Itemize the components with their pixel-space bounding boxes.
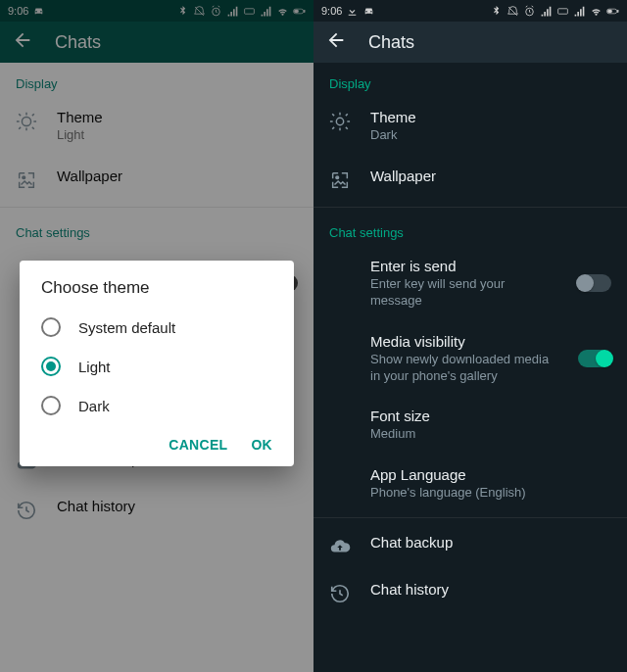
screenshot-dark: 9:06 Chats Display Theme Dark Wallpaper	[314, 0, 627, 672]
svg-rect-9	[617, 10, 618, 12]
row-sub: Dark	[370, 127, 611, 144]
dnd-icon	[506, 4, 519, 18]
row-theme[interactable]: Theme Dark	[314, 97, 627, 156]
wallpaper-icon	[329, 169, 351, 191]
svg-rect-10	[607, 10, 611, 13]
row-title: Theme	[370, 109, 611, 125]
svg-point-12	[336, 176, 339, 179]
theme-dialog: Choose theme System default Light Dark C…	[20, 261, 294, 466]
row-title: Enter is send	[370, 258, 553, 274]
status-icons	[489, 4, 619, 18]
wifi-icon	[589, 4, 603, 18]
row-sub: Phone's language (English)	[370, 485, 611, 502]
row-title: Chat backup	[370, 534, 611, 551]
row-sub: Show newly downloaded media in your phon…	[370, 352, 553, 385]
page-title: Chats	[368, 32, 414, 53]
row-title: Media visibility	[370, 333, 553, 350]
battery-icon	[605, 4, 619, 18]
cloud-upload-icon	[329, 536, 351, 557]
screenshot-light: 9:06 Chats Display Theme Light Wallpaper	[0, 0, 314, 672]
download-icon	[345, 4, 359, 18]
row-title: Font size	[370, 408, 611, 424]
dialog-title: Choose theme	[20, 278, 294, 308]
signal-2-icon	[572, 4, 586, 18]
row-font-size[interactable]: Font size Medium	[314, 396, 627, 455]
divider	[314, 207, 627, 208]
row-chat-history[interactable]: Chat history	[314, 569, 627, 616]
toggle-enter-is-send[interactable]	[578, 274, 611, 292]
row-sub: Medium	[370, 426, 611, 443]
section-header-display: Display	[314, 63, 627, 97]
svg-rect-7	[557, 8, 567, 13]
option-system-default[interactable]: System default	[20, 308, 294, 347]
bluetooth-icon	[489, 4, 503, 18]
row-title: Chat history	[370, 581, 611, 598]
cancel-button[interactable]: CANCEL	[169, 437, 227, 453]
row-media-visibility[interactable]: Media visibility Show newly downloaded m…	[314, 321, 627, 397]
signal-icon	[539, 4, 553, 18]
row-title: Wallpaper	[370, 168, 611, 184]
radio-unchecked-icon	[41, 317, 61, 337]
section-header-chat-settings: Chat settings	[314, 212, 627, 246]
radio-unchecked-icon	[41, 396, 61, 415]
divider	[314, 517, 627, 518]
app-bar: Chats	[314, 22, 627, 63]
option-label: Dark	[78, 398, 110, 414]
option-label: System default	[78, 319, 175, 336]
volte-icon	[555, 4, 569, 18]
row-chat-backup[interactable]: Chat backup	[314, 522, 627, 569]
option-dark[interactable]: Dark	[20, 386, 294, 425]
option-label: Light	[78, 359, 111, 375]
alarm-icon	[522, 4, 536, 18]
option-light[interactable]: Light	[20, 347, 294, 386]
row-wallpaper[interactable]: Wallpaper	[314, 156, 627, 203]
history-icon	[329, 583, 351, 604]
row-app-language[interactable]: App Language Phone's language (English)	[314, 455, 627, 513]
status-time: 9:06	[321, 5, 342, 17]
toggle-media-visibility[interactable]	[578, 350, 611, 367]
theme-icon	[329, 111, 351, 132]
car-icon	[362, 4, 375, 18]
radio-checked-icon	[41, 357, 61, 376]
row-title: App Language	[370, 466, 611, 483]
row-sub: Enter key will send your message	[370, 276, 553, 310]
status-bar: 9:06	[314, 0, 627, 22]
row-enter-is-send[interactable]: Enter is send Enter key will send your m…	[314, 246, 627, 321]
ok-button[interactable]: OK	[251, 437, 272, 453]
back-arrow-icon[interactable]	[325, 29, 347, 55]
svg-point-11	[336, 118, 343, 124]
